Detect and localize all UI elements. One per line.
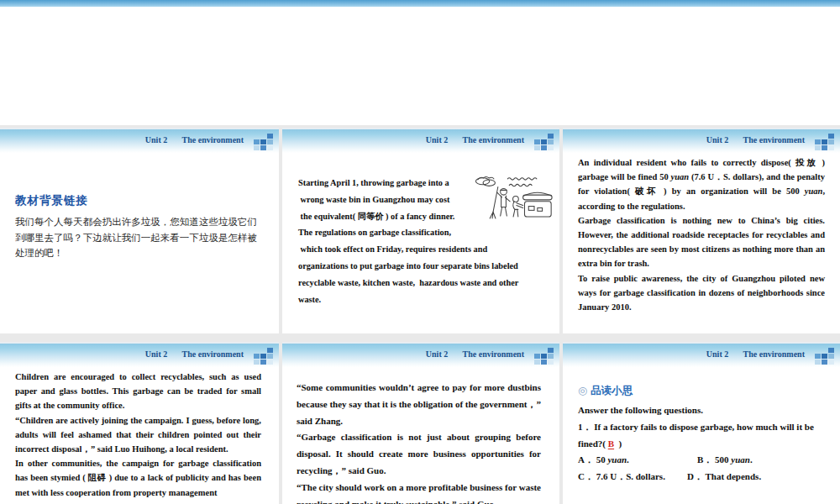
passage-block: Children are encouraged to collect recyc… bbox=[0, 370, 279, 500]
slide-header: Unit 2 The environment bbox=[0, 342, 279, 367]
quiz-instruction: Answer the following questions. bbox=[578, 402, 827, 419]
slide-5-thumbnail[interactable]: Unit 2 The environment “Some communities… bbox=[282, 342, 559, 504]
slide-preview-page: Unit 2 The environment 教材背景链接 我们每个人每天都会扔… bbox=[0, 0, 840, 504]
slide-4-thumbnail[interactable]: Unit 2 The environment Children are enco… bbox=[0, 342, 279, 504]
slide-header-title: Unit 2 The environment bbox=[145, 135, 244, 144]
paragraph: In other communities, the campaign for g… bbox=[15, 456, 261, 500]
unit-label: Unit 2 bbox=[706, 135, 728, 144]
option-d: D． That depends. bbox=[687, 469, 761, 486]
slide-header-title: Unit 2 The environment bbox=[426, 349, 524, 359]
option-b: B． 500 yuan. bbox=[697, 452, 753, 469]
paragraph: An individual resident who fails to corr… bbox=[578, 155, 825, 213]
paragraph: “Some communities wouldn’t agree to pay … bbox=[297, 380, 541, 429]
option-c: C． 7.6 U．S. dollars. bbox=[578, 469, 687, 486]
passage-block: Starting April 1, throwing garbage into … bbox=[298, 175, 554, 307]
page-title: 教材背景链接 bbox=[15, 193, 279, 208]
paragraph: Garbage classification is nothing new to… bbox=[578, 213, 825, 271]
slide-header-title: Unit 2 The environment bbox=[706, 349, 805, 359]
paragraph: “Children are actively joining the campa… bbox=[15, 413, 261, 457]
topic-label: The environment bbox=[463, 135, 524, 144]
slide-header: Unit 2 The environment bbox=[563, 128, 840, 153]
slide-header: Unit 2 The environment bbox=[0, 128, 279, 153]
slide-header-title: Unit 2 The environment bbox=[426, 135, 524, 144]
garbage-sorting-cartoon-image bbox=[474, 175, 554, 220]
slide-header-title: Unit 2 The environment bbox=[706, 135, 805, 144]
section-title: ◎品读小思 bbox=[578, 384, 827, 398]
mosaic-squares-icon bbox=[534, 348, 554, 365]
paragraph: To raise public awareness, the city of G… bbox=[578, 271, 825, 315]
unit-label: Unit 2 bbox=[426, 349, 448, 359]
topic-label: The environment bbox=[463, 349, 524, 359]
slide-3-thumbnail[interactable]: Unit 2 The environment An individual res… bbox=[563, 128, 840, 333]
mosaic-squares-icon bbox=[815, 134, 834, 150]
quiz-block: ◎品读小思 Answer the following questions. 1．… bbox=[563, 384, 840, 486]
mosaic-squares-icon bbox=[254, 134, 273, 150]
top-edge-bar bbox=[0, 0, 840, 7]
topic-label: The environment bbox=[743, 349, 805, 359]
passage-block: “Some communities wouldn’t agree to pay … bbox=[282, 380, 559, 504]
unit-label: Unit 2 bbox=[145, 349, 167, 359]
unit-label: Unit 2 bbox=[145, 135, 167, 144]
options-row-2: C． 7.6 U．S. dollars. D． That depends. bbox=[578, 469, 827, 486]
unit-label: Unit 2 bbox=[426, 135, 448, 144]
slide-1-thumbnail[interactable]: Unit 2 The environment 教材背景链接 我们每个人每天都会扔… bbox=[0, 128, 279, 333]
slide-header: Unit 2 The environment bbox=[282, 342, 559, 367]
slide-header: Unit 2 The environment bbox=[282, 128, 559, 153]
slide-header: Unit 2 The environment bbox=[563, 342, 840, 367]
mosaic-squares-icon bbox=[815, 348, 834, 365]
intro-paragraph: 我们每个人每天都会扔出许多垃圾，您知道这些垃圾它们到哪里去了吗？下边就让我们一起… bbox=[15, 214, 257, 261]
question-1: 1． If a factory fails to dispose garbage… bbox=[578, 419, 827, 453]
paragraph: “Garbage classification is not just abou… bbox=[297, 429, 541, 479]
paragraph: “The city should work on a more profitab… bbox=[297, 480, 541, 504]
topic-label: The environment bbox=[743, 135, 805, 144]
slide-6-thumbnail[interactable]: Unit 2 The environment ◎品读小思 Answer the … bbox=[563, 342, 840, 504]
mosaic-squares-icon bbox=[534, 134, 554, 150]
topic-label: The environment bbox=[182, 135, 244, 144]
slide-2-thumbnail[interactable]: Unit 2 The environment bbox=[282, 128, 559, 333]
slide-header-title: Unit 2 The environment bbox=[145, 349, 244, 359]
section-title-text: 品读小思 bbox=[591, 385, 633, 396]
topic-label: The environment bbox=[182, 349, 244, 359]
mosaic-squares-icon bbox=[254, 348, 273, 365]
passage-block: An individual resident who fails to corr… bbox=[563, 155, 840, 314]
unit-label: Unit 2 bbox=[706, 349, 728, 359]
ring-bullet-icon: ◎ bbox=[578, 385, 587, 396]
options-row-1: A． 50 yuan. B． 500 yuan. bbox=[578, 452, 827, 469]
option-a: A． 50 yuan. bbox=[578, 452, 697, 469]
paragraph: Children are encouraged to collect recyc… bbox=[15, 370, 261, 413]
